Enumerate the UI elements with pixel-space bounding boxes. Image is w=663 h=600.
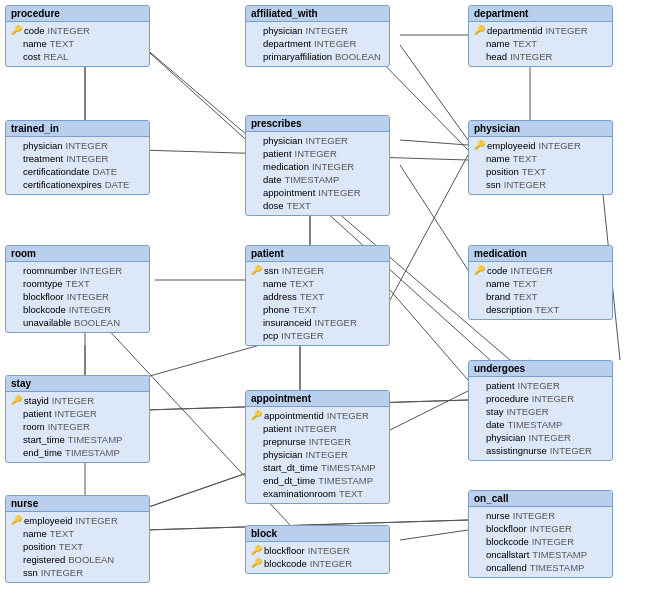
field-type: INTEGER — [539, 139, 581, 152]
field-row: 🔑stayidINTEGER — [11, 394, 144, 407]
key-icon: 🔑 — [474, 139, 485, 152]
field-type: TEXT — [50, 527, 74, 540]
field-row: nameTEXT — [474, 37, 607, 50]
field-name: head — [486, 50, 507, 63]
field-type: TIMESTAMP — [65, 446, 120, 459]
field-name: blockfloor — [264, 544, 305, 557]
field-name: unavailable — [23, 316, 71, 329]
field-row: doseTEXT — [251, 199, 384, 212]
entity-prescribes: prescribesphysicianINTEGERpatientINTEGER… — [245, 115, 390, 216]
field-row: assistingnurseINTEGER — [474, 444, 607, 457]
entity-patient: patient🔑ssnINTEGERnameTEXTaddressTEXTpho… — [245, 245, 390, 346]
field-type: INTEGER — [309, 435, 351, 448]
field-row: start_timeTIMESTAMP — [11, 433, 144, 446]
field-type: INTEGER — [306, 134, 348, 147]
field-name: certificationdate — [23, 165, 90, 178]
field-name: employeeid — [24, 514, 73, 527]
field-type: INTEGER — [48, 24, 90, 37]
field-type: INTEGER — [550, 444, 592, 457]
field-type: TEXT — [513, 152, 537, 165]
entity-appointment: appointment🔑appointmentidINTEGERpatientI… — [245, 390, 390, 504]
field-row: nameTEXT — [11, 37, 144, 50]
field-name: blockcode — [486, 535, 529, 548]
key-icon: 🔑 — [11, 24, 22, 37]
field-name: name — [23, 37, 47, 50]
entity-title-procedure: procedure — [6, 6, 149, 22]
field-row: descriptionTEXT — [474, 303, 607, 316]
field-name: code — [24, 24, 45, 37]
field-row: nameTEXT — [474, 277, 607, 290]
field-type: INTEGER — [529, 431, 571, 444]
field-type: TEXT — [59, 540, 83, 553]
field-type: INTEGER — [41, 566, 83, 579]
field-row: blockfloorINTEGER — [11, 290, 144, 303]
field-name: assistingnurse — [486, 444, 547, 457]
field-row: stayINTEGER — [474, 405, 607, 418]
field-type: INTEGER — [506, 405, 548, 418]
field-name: ssn — [23, 566, 38, 579]
field-row: blockcodeINTEGER — [474, 535, 607, 548]
field-name: appointment — [263, 186, 315, 199]
key-icon: 🔑 — [251, 557, 262, 570]
field-row: positionTEXT — [474, 165, 607, 178]
field-name: name — [486, 37, 510, 50]
field-name: stayid — [24, 394, 49, 407]
field-row: positionTEXT — [11, 540, 144, 553]
field-type: INTEGER — [532, 535, 574, 548]
entity-medication: medication🔑codeINTEGERnameTEXTbrandTEXTd… — [468, 245, 613, 320]
field-name: employeeid — [487, 139, 536, 152]
entity-affiliated_with: affiliated_withphysicianINTEGERdepartmen… — [245, 5, 390, 67]
entity-title-physician: physician — [469, 121, 612, 137]
field-row: 🔑blockfloorINTEGER — [251, 544, 384, 557]
field-row: examinationroomTEXT — [251, 487, 384, 500]
field-row: physicianINTEGER — [251, 448, 384, 461]
field-type: INTEGER — [513, 509, 555, 522]
field-row: physicianINTEGER — [251, 24, 384, 37]
field-name: roomtype — [23, 277, 63, 290]
field-row: costREAL — [11, 50, 144, 63]
field-row: blockcodeINTEGER — [11, 303, 144, 316]
field-row: nameTEXT — [474, 152, 607, 165]
field-name: blockfloor — [486, 522, 527, 535]
field-row: ssnINTEGER — [474, 178, 607, 191]
field-row: physicianINTEGER — [11, 139, 144, 152]
field-name: physician — [263, 24, 303, 37]
field-type: TIMESTAMP — [68, 433, 123, 446]
field-type: INTEGER — [308, 544, 350, 557]
field-row: nurseINTEGER — [474, 509, 607, 522]
field-type: INTEGER — [532, 392, 574, 405]
field-type: INTEGER — [315, 316, 357, 329]
svg-line-8 — [400, 165, 468, 270]
field-row: unavailableBOOLEAN — [11, 316, 144, 329]
field-row: medicationINTEGER — [251, 160, 384, 173]
field-name: stay — [486, 405, 503, 418]
field-name: description — [486, 303, 532, 316]
field-name: patient — [486, 379, 515, 392]
field-name: insuranceid — [263, 316, 312, 329]
field-name: departmentid — [487, 24, 542, 37]
field-type: BOOLEAN — [74, 316, 120, 329]
field-type: INTEGER — [55, 407, 97, 420]
field-type: INTEGER — [282, 264, 324, 277]
field-name: position — [23, 540, 56, 553]
key-icon: 🔑 — [251, 409, 262, 422]
entity-title-block: block — [246, 526, 389, 542]
field-type: INTEGER — [48, 420, 90, 433]
entity-title-prescribes: prescribes — [246, 116, 389, 132]
field-row: prepnurseINTEGER — [251, 435, 384, 448]
field-row: brandTEXT — [474, 290, 607, 303]
entity-on_call: on_callnurseINTEGERblockfloorINTEGERbloc… — [468, 490, 613, 578]
field-name: ssn — [486, 178, 501, 191]
entity-title-stay: stay — [6, 376, 149, 392]
field-row: pcpINTEGER — [251, 329, 384, 342]
field-type: INTEGER — [310, 557, 352, 570]
field-name: dose — [263, 199, 284, 212]
field-name: primaryaffiliation — [263, 50, 332, 63]
field-row: oncallendTIMESTAMP — [474, 561, 607, 574]
field-type: INTEGER — [306, 24, 348, 37]
field-name: certificationexpires — [23, 178, 102, 191]
field-row: departmentINTEGER — [251, 37, 384, 50]
field-type: TEXT — [513, 277, 537, 290]
entity-nurse: nurse🔑employeeidINTEGERnameTEXTpositionT… — [5, 495, 150, 583]
field-type: BOOLEAN — [335, 50, 381, 63]
